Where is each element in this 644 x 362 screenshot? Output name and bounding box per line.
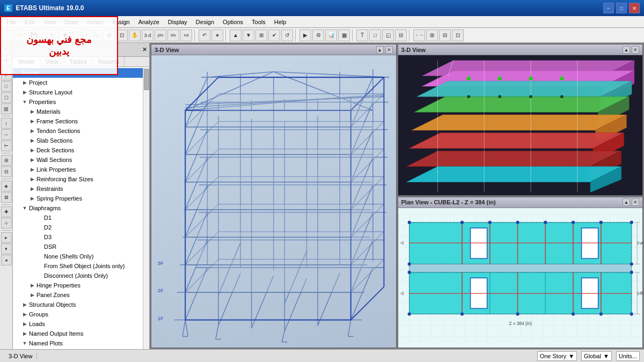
tb-new[interactable]: 📄 — [2, 29, 14, 41]
menu-draw[interactable]: Draw — [60, 18, 83, 26]
ltb-dim1[interactable]: ↕ — [1, 118, 12, 129]
menu-help[interactable]: Help — [270, 18, 291, 26]
tree-story-response[interactable]: ▶ Story Response Plots — [13, 348, 149, 349]
tab-view[interactable]: View — [40, 57, 64, 67]
tree-structural-objects[interactable]: ▶ Structural Objects — [13, 300, 149, 309]
tb-select[interactable]: ↖ — [46, 29, 58, 41]
tree-wall-sections[interactable]: ▶ Wall Sections — [13, 155, 149, 165]
tb-check[interactable]: ✔ — [268, 29, 280, 41]
tb-arrow-dn[interactable]: ▼ — [243, 29, 254, 41]
tree-named-output[interactable]: ▶ Named Output Items — [13, 329, 149, 338]
ltb-draw-poly[interactable]: ⬡ — [1, 92, 12, 103]
ltb-draw-area[interactable]: ▨ — [1, 104, 12, 114]
tree-slab-sections[interactable]: ▶ Slab Sections — [13, 136, 149, 145]
menu-analyze[interactable]: Analyze — [134, 18, 164, 26]
ltb-dim3[interactable]: ⊢ — [1, 141, 12, 151]
tb-nd[interactable]: nd — [180, 29, 192, 41]
view-3d-wireframe[interactable]: 3-D View ▲ ✕ — [151, 44, 397, 348]
tb-open[interactable]: 📂 — [15, 29, 27, 41]
ltb-dim2[interactable]: ↔ — [1, 129, 12, 140]
tb-pan[interactable]: ✋ — [129, 29, 141, 41]
story-dropdown[interactable]: One Story ▼ — [537, 351, 577, 361]
units-button[interactable]: Units... — [616, 351, 640, 361]
tb-3d[interactable]: 3-d — [142, 29, 153, 41]
tree-diaphragms[interactable]: ▼ Diaphragms — [13, 203, 149, 213]
view-restore-btn-right[interactable]: ▲ — [623, 46, 630, 54]
tree-loads[interactable]: ▶ Loads — [13, 319, 149, 329]
tb-box[interactable]: □ — [369, 29, 381, 41]
tree-scrollbar[interactable] — [143, 68, 149, 349]
tb-text[interactable]: T — [356, 29, 368, 41]
tb-dim[interactable]: ←→ — [413, 29, 425, 41]
view-3d-colored[interactable]: 3-D View ▲ ✕ — [398, 44, 643, 196]
menu-tools[interactable]: Tools — [247, 18, 270, 26]
ltb-view2[interactable]: ⊠ — [1, 192, 12, 203]
panel-close-btn[interactable]: ✕ — [142, 46, 147, 53]
tree-d2[interactable]: ▶ D2 — [13, 223, 149, 232]
tb-pointer[interactable]: ✱ — [59, 29, 71, 41]
ltb-draw-line[interactable]: / — [1, 70, 12, 80]
view-plan[interactable]: Plan View - CUBE-L2 - Z = 384 (in) ▲ ✕ — [398, 197, 643, 349]
ltb-more3[interactable]: ◂ — [1, 255, 12, 265]
tb-zoom-sel[interactable]: ⊡ — [116, 29, 128, 41]
ltb-view1[interactable]: ◈ — [1, 181, 12, 191]
menu-edit[interactable]: Edit — [20, 18, 39, 26]
tree-rebar-sizes[interactable]: ▶ Reinforcing Bar Sizes — [13, 174, 149, 184]
coord-dropdown[interactable]: Global ▼ — [581, 351, 612, 361]
ltb-draw-rect[interactable]: □ — [1, 81, 12, 92]
tree-frame-sections[interactable]: ▶ Frame Sections — [13, 116, 149, 126]
tree-disconnect[interactable]: ▶ Disconnect (Joints Only) — [13, 271, 149, 280]
tree-project[interactable]: ▶ Project — [13, 78, 149, 87]
tree-spring-props[interactable]: ▶ Spring Properties — [13, 194, 149, 203]
tab-tables[interactable]: Tables — [64, 57, 93, 67]
ltb-assign1[interactable]: ⊞ — [1, 155, 12, 166]
ltb-more2[interactable]: ▾ — [1, 243, 12, 254]
ltb-assign2[interactable]: ⊟ — [1, 166, 12, 177]
scrollbar-thumb[interactable] — [144, 69, 149, 90]
menu-file[interactable]: File — [2, 18, 20, 26]
tree-deck-sections[interactable]: ▶ Deck Sections — [13, 145, 149, 155]
view-close-btn-plan[interactable]: ✕ — [632, 198, 639, 206]
tb-arrow-up[interactable]: ▲ — [230, 29, 241, 41]
tree-d3[interactable]: ▶ D3 — [13, 232, 149, 242]
ltb-select[interactable]: ↖ — [1, 44, 12, 55]
tb-elev[interactable]: elv — [167, 29, 179, 41]
ltb-more1[interactable]: ▸ — [1, 232, 12, 243]
tree-materials[interactable]: ▶ Materials — [13, 107, 149, 116]
tb-run2[interactable]: ⚙ — [312, 29, 324, 41]
tree-model[interactable]: ▼ Model — [13, 68, 149, 78]
tb-more1[interactable]: ⊞ — [426, 29, 438, 41]
ltb-snap2[interactable]: ⊹ — [1, 218, 12, 228]
menu-assign[interactable]: Assign — [108, 18, 134, 26]
tb-more2[interactable]: ⊟ — [439, 29, 451, 41]
tb-refresh[interactable]: ↺ — [281, 29, 293, 41]
tree-d1[interactable]: ▶ D1 — [13, 213, 149, 223]
tree-groups[interactable]: ▶ Groups — [13, 309, 149, 319]
tb-model-3d[interactable]: ◈ — [211, 29, 223, 41]
tb-bar[interactable]: ▦ — [338, 29, 350, 41]
tb-undo[interactable]: ↶ — [199, 29, 210, 41]
tb-chart[interactable]: 📊 — [325, 29, 337, 41]
tree-from-shell[interactable]: ▶ From Shell Object (Joints only) — [13, 261, 149, 271]
view-close-btn-right[interactable]: ✕ — [632, 46, 639, 54]
view-close-btn-left[interactable]: ✕ — [385, 46, 393, 54]
view-restore-btn-left[interactable]: ▲ — [376, 46, 384, 54]
tb-plan[interactable]: pln — [155, 29, 166, 41]
tree-none-shells[interactable]: ▶ None (Shells Only) — [13, 252, 149, 261]
tb-run[interactable]: ▶ — [299, 29, 311, 41]
tree-hinge-props[interactable]: ▶ Hinge Properties — [13, 280, 149, 290]
tree-tendon-sections[interactable]: ▶ Tendon Sections — [13, 126, 149, 136]
tree-structure-layout[interactable]: ▶ Structure Layout — [13, 87, 149, 97]
minimize-button[interactable]: − — [603, 3, 614, 13]
tb-save[interactable]: 💾 — [28, 29, 40, 41]
tb-shape[interactable]: ◱ — [382, 29, 394, 41]
tab-model[interactable]: Model — [13, 57, 40, 67]
tb-zoom-fit[interactable]: ⊞ — [103, 29, 115, 41]
close-button[interactable]: ✕ — [629, 3, 640, 13]
tb-zoom-out[interactable]: 🔍- — [90, 29, 102, 41]
tb-move[interactable]: ⊞ — [255, 29, 267, 41]
tree-named-plots[interactable]: ▼ Named Plots — [13, 338, 149, 348]
tree-properties[interactable]: ▼ Properties — [13, 97, 149, 107]
menu-design[interactable]: Design — [192, 18, 218, 26]
tab-reports[interactable]: Reports — [92, 57, 125, 67]
